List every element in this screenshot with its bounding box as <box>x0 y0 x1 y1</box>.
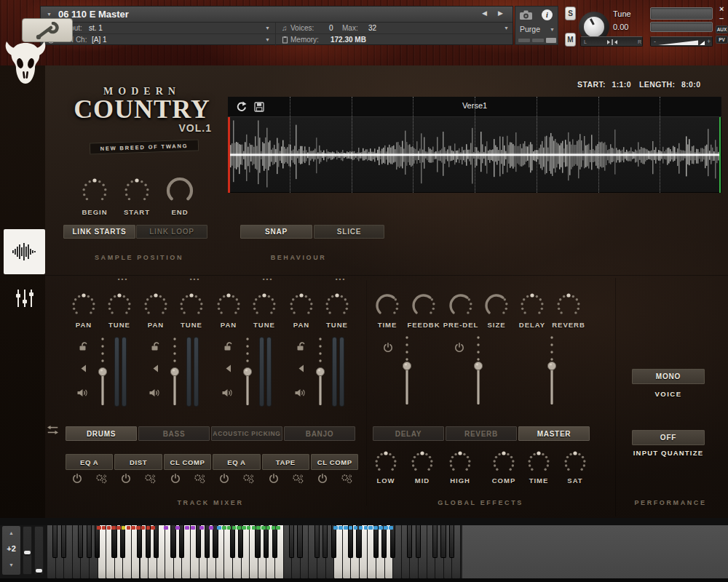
fx-delay-knob[interactable] <box>518 291 547 320</box>
channel-1-tune-knob[interactable] <box>105 291 134 320</box>
master-volume-fader[interactable] <box>544 333 560 410</box>
fx-size-knob[interactable] <box>482 291 511 320</box>
piano-key-black[interactable] <box>323 525 328 558</box>
piano-key-black[interactable] <box>264 525 269 558</box>
piano-key-black[interactable] <box>407 525 412 558</box>
channel-4-volume-fader[interactable] <box>312 333 328 410</box>
power-icon[interactable] <box>121 474 131 484</box>
channel-menu-dots[interactable]: ••• <box>186 276 204 283</box>
piano-key-black[interactable] <box>213 525 218 558</box>
settings-gears-icon[interactable] <box>341 474 352 485</box>
fx-reverb-knob[interactable] <box>554 291 583 320</box>
speaker-icon[interactable] <box>222 388 234 397</box>
mixer-page-tab[interactable] <box>15 288 35 308</box>
lock-icon[interactable] <box>296 341 306 351</box>
piano-key-black[interactable] <box>95 525 100 558</box>
channel-1-volume-fader[interactable] <box>95 333 111 410</box>
output-row[interactable]: Output: st. 1 ▼ ▼ <box>41 23 513 34</box>
voice-mode-button[interactable]: MONO <box>632 369 705 384</box>
voices-dropdown-caret[interactable]: ▼ <box>504 25 509 31</box>
insert-button-cl-comp-6[interactable]: CL COMP <box>311 454 358 470</box>
channel-4-pan-knob[interactable] <box>287 291 316 320</box>
piano-key-black[interactable] <box>348 525 353 558</box>
snap-button[interactable]: SNAP <box>240 225 312 239</box>
default-view-tab[interactable] <box>532 39 544 42</box>
transpose-down-arrow[interactable]: ▼ <box>2 561 20 568</box>
volume-slider[interactable]: - + <box>650 36 713 47</box>
global-time-knob[interactable] <box>525 449 553 477</box>
channel-3-volume-fader[interactable] <box>240 333 256 410</box>
close-icon[interactable]: × <box>719 4 724 13</box>
piano-key-black[interactable] <box>179 525 184 558</box>
lock-icon[interactable] <box>78 341 88 351</box>
piano-key-black[interactable] <box>381 525 387 558</box>
insert-button-cl-comp-3[interactable]: CL COMP <box>164 454 211 470</box>
bus-tab-master[interactable]: MASTER <box>518 426 590 441</box>
info-icon[interactable]: i <box>542 9 553 20</box>
piano-key-black[interactable] <box>373 525 379 558</box>
insert-button-tape-5[interactable]: TAPE <box>262 454 309 470</box>
delay-return-fader[interactable] <box>399 333 415 410</box>
mod-wheel-handle[interactable] <box>24 551 31 554</box>
global-comp-knob[interactable] <box>490 449 518 477</box>
pitch-wheel[interactable] <box>34 526 44 575</box>
next-instrument-arrow[interactable]: ▶ <box>498 9 503 17</box>
route-swap-icon[interactable] <box>47 425 59 435</box>
track-tab-acoustic-picking[interactable]: ACOUSTIC PICKING <box>211 426 282 441</box>
piano-key-black[interactable] <box>78 525 83 558</box>
midi-dropdown-caret[interactable]: ▼ <box>265 37 270 42</box>
pitch-wheel-handle[interactable] <box>36 569 42 573</box>
piano-key-black[interactable] <box>137 525 142 558</box>
input-quantize-button[interactable]: OFF <box>632 430 705 445</box>
track-tab-banjo[interactable]: BANJO <box>284 426 355 441</box>
piano-key-black[interactable] <box>230 525 235 558</box>
fx-time-knob[interactable] <box>373 291 402 320</box>
insert-button-dist-2[interactable]: DIST <box>114 454 162 470</box>
channel-3-tune-knob[interactable] <box>250 291 279 320</box>
channel-4-tune-knob[interactable] <box>323 291 352 320</box>
power-icon[interactable] <box>170 474 181 484</box>
insert-button-eq-a-1[interactable]: EQ A <box>66 454 113 470</box>
pan-center-handle-icon[interactable] <box>607 39 617 46</box>
transpose-up-arrow[interactable]: ▲ <box>2 529 20 536</box>
link-loop-button[interactable]: LINK LOOP <box>136 225 207 239</box>
aux-button[interactable]: AUX <box>716 25 728 33</box>
end-knob[interactable] <box>164 175 196 207</box>
lock-icon[interactable] <box>223 341 233 351</box>
piano-key-black[interactable] <box>111 525 116 558</box>
pv-button[interactable]: PV <box>716 36 728 44</box>
piano-key-black[interactable] <box>205 525 210 558</box>
global-high-knob[interactable] <box>446 449 474 477</box>
channel-menu-dots[interactable]: ••• <box>259 276 277 283</box>
fx-feedbk-knob[interactable] <box>409 291 438 320</box>
piano-key-black[interactable] <box>154 525 159 558</box>
begin-knob[interactable] <box>79 176 110 207</box>
piano-key-black[interactable] <box>255 525 260 558</box>
channel-1-pan-knob[interactable] <box>69 291 98 320</box>
piano-key-black[interactable] <box>331 525 336 558</box>
channel-2-pan-knob[interactable] <box>141 291 170 320</box>
piano-key-black[interactable] <box>272 525 277 558</box>
settings-gears-icon[interactable] <box>292 474 304 485</box>
mute-icon[interactable] <box>151 364 159 372</box>
reverb-return-fader[interactable] <box>470 333 486 410</box>
channel-menu-dots[interactable]: ••• <box>332 276 349 283</box>
slice-button[interactable]: SLICE <box>314 225 384 239</box>
power-icon[interactable] <box>383 343 393 353</box>
pan-slider[interactable]: L R <box>580 36 643 47</box>
channel-menu-dots[interactable]: ••• <box>114 276 132 283</box>
piano-key-black[interactable] <box>297 525 302 558</box>
minimized-view-tab[interactable] <box>518 39 530 42</box>
solo-button[interactable]: S <box>565 7 576 20</box>
bus-tab-reverb[interactable]: REVERB <box>446 426 517 441</box>
prev-instrument-arrow[interactable]: ◀ <box>482 9 487 17</box>
speaker-icon[interactable] <box>77 388 89 397</box>
global-mid-knob[interactable] <box>408 449 436 477</box>
tune-knob[interactable] <box>584 17 604 37</box>
channel-2-volume-fader[interactable] <box>167 333 183 410</box>
midi-row[interactable]: MIDI Ch: [A] 1 ▼ <box>41 34 513 46</box>
piano-key-black[interactable] <box>390 525 395 558</box>
settings-gears-icon[interactable] <box>95 474 107 485</box>
track-tab-drums[interactable]: DRUMS <box>66 426 137 441</box>
instrument-menu-caret[interactable]: ▼ <box>47 12 52 17</box>
